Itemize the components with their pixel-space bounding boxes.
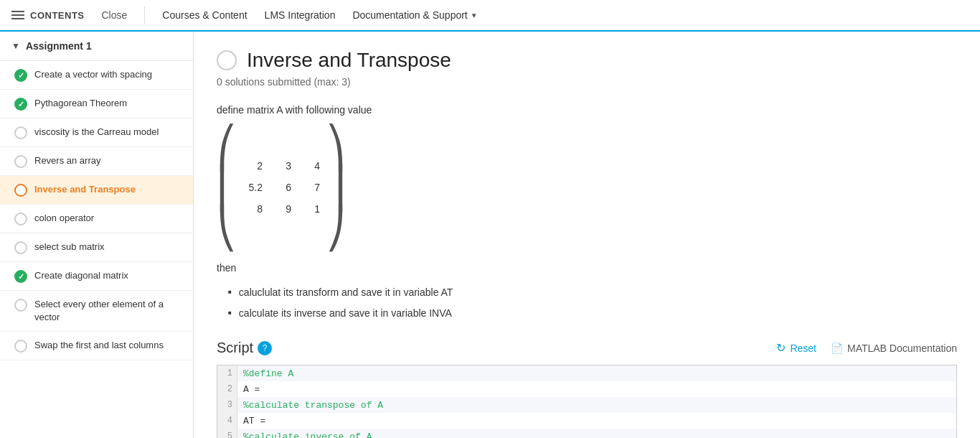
nav-courses[interactable]: Courses & Content: [162, 9, 247, 21]
chevron-down-icon: ▼: [11, 41, 20, 51]
matrix-cell: 6: [268, 178, 294, 198]
problem-body: define matrix A with following value ⎛⎜⎝…: [217, 102, 957, 322]
line-content: %calculate inverse of A: [237, 429, 956, 438]
sidebar-item-revers[interactable]: Revers an array: [0, 147, 193, 176]
active-circle-icon: [14, 184, 27, 197]
list-item: calculate its inverse and save it in var…: [228, 305, 957, 322]
nav-docs[interactable]: Documentation & Support ▼: [352, 9, 477, 21]
circle-icon: [14, 241, 27, 254]
problem-header: Inverse and Transpose: [217, 49, 957, 72]
matrix-cell: 2: [240, 157, 265, 177]
nav-links: Courses & Content LMS Integration Docume…: [162, 9, 477, 21]
content-area: Inverse and Transpose 0 solutions submit…: [194, 32, 980, 438]
nav-separator: [144, 6, 145, 24]
sidebar-item-every-other[interactable]: Select every other element of a vector: [0, 291, 193, 332]
hamburger-icon[interactable]: [11, 11, 24, 19]
code-line-5: 5 %calculate inverse of A: [217, 429, 956, 438]
circle-icon: [14, 299, 27, 312]
circle-icon: [14, 213, 27, 225]
problem-title: Inverse and Transpose: [247, 49, 451, 72]
circle-icon: [14, 126, 27, 139]
sidebar-item-pythagorean[interactable]: Pythagorean Theorem: [0, 90, 193, 118]
reset-button[interactable]: ↻ Reset: [776, 341, 816, 355]
line-number: 1: [217, 365, 237, 381]
refresh-icon: ↻: [776, 341, 786, 355]
chevron-down-icon: ▼: [471, 11, 478, 19]
then-label: then: [217, 260, 957, 277]
check-icon: [14, 270, 27, 283]
help-icon[interactable]: ?: [258, 341, 272, 355]
code-line-4: 4 AT =: [217, 413, 956, 429]
matrix-cell: 7: [297, 178, 323, 198]
sidebar: ▼ Assignment 1 Create a vector with spac…: [0, 32, 194, 438]
matrix-cell: 8: [240, 200, 265, 220]
line-number: 4: [217, 413, 237, 429]
define-text: define matrix A with following value: [217, 102, 957, 119]
line-content: AT =: [237, 413, 956, 429]
circle-icon: [14, 155, 27, 168]
code-line-2: 2 A =: [217, 381, 956, 397]
line-content: A =: [237, 381, 956, 397]
line-number: 5: [217, 429, 237, 438]
sidebar-section-header[interactable]: ▼ Assignment 1: [0, 32, 193, 61]
close-button[interactable]: Close: [102, 9, 128, 21]
sidebar-section-label: Assignment 1: [26, 40, 92, 52]
bullet-list: caluclulat its transform and save it in …: [228, 284, 957, 323]
solutions-count: 0 solutions submitted (max: 3): [217, 76, 957, 88]
code-line-3: 3 %calculate transpose of A: [217, 397, 956, 413]
script-title: Script ?: [217, 340, 272, 356]
nav-lms[interactable]: LMS Integration: [265, 9, 336, 21]
document-icon: 📄: [831, 343, 843, 354]
circle-icon: [14, 340, 27, 353]
problem-circle-icon: [217, 50, 237, 70]
line-content: %calculate transpose of A: [237, 397, 956, 413]
line-number: 2: [217, 381, 237, 397]
matrix-container: ⎛⎜⎝ 2 3 4 5.2 6 7 8 9 1 ⎞⎟⎠: [217, 128, 957, 248]
line-number: 3: [217, 397, 237, 413]
check-icon: [14, 98, 27, 111]
main-layout: ▼ Assignment 1 Create a vector with spac…: [0, 32, 980, 438]
script-actions: ↻ Reset 📄 MATLAB Documentation: [776, 341, 957, 355]
sidebar-item-inverse-transpose[interactable]: Inverse and Transpose: [0, 176, 193, 205]
sidebar-item-viscosity[interactable]: viscosity is the Carreau model: [0, 118, 193, 147]
list-item: caluclulat its transform and save it in …: [228, 284, 957, 302]
top-nav: CONTENTS Close Courses & Content LMS Int…: [0, 0, 980, 32]
nav-left: CONTENTS: [11, 10, 85, 21]
line-content: %define A: [237, 365, 956, 381]
matrix-cell: 1: [297, 200, 323, 220]
sidebar-item-colon[interactable]: colon operator: [0, 205, 193, 233]
check-icon: [14, 69, 27, 82]
script-section: Script ? ↻ Reset 📄 MATLAB Documentation: [217, 340, 957, 438]
sidebar-item-diagonal[interactable]: Create diagonal matrix: [0, 262, 193, 291]
sidebar-item-swap-columns[interactable]: Swap the first and last columns: [0, 332, 193, 360]
sidebar-item-create-vector[interactable]: Create a vector with spacing: [0, 61, 193, 90]
script-header: Script ? ↻ Reset 📄 MATLAB Documentation: [217, 340, 957, 356]
matrix-cell: 5.2: [240, 178, 265, 198]
contents-label: CONTENTS: [30, 10, 85, 21]
matrix-grid: 2 3 4 5.2 6 7 8 9 1: [240, 157, 323, 219]
code-editor[interactable]: 1 %define A 2 A = 3 %calculate transpose…: [217, 365, 957, 438]
sidebar-item-sub-matrix[interactable]: select sub matrix: [0, 233, 193, 262]
matrix-cell: 9: [268, 200, 294, 220]
code-line-1: 1 %define A: [217, 365, 956, 381]
matlab-doc-button[interactable]: 📄 MATLAB Documentation: [831, 343, 957, 354]
matrix-cell: 3: [268, 157, 294, 177]
matrix-cell: 4: [297, 157, 323, 177]
matrix-bracket-right: ⎞⎟⎠: [326, 128, 346, 248]
matrix-bracket-left: ⎛⎜⎝: [217, 128, 237, 248]
